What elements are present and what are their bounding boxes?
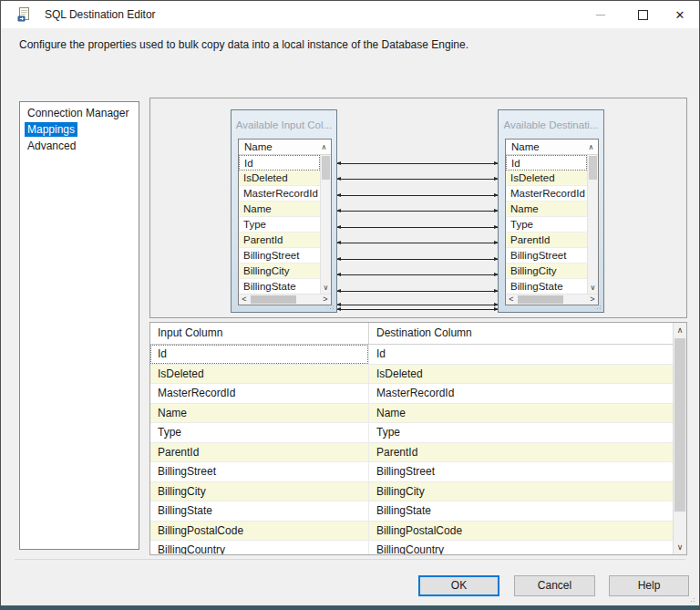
list-item[interactable]: IsDeleted xyxy=(506,171,587,186)
mapping-connection[interactable] xyxy=(337,163,498,164)
grid-body: IdId IsDeletedIsDeleted MasterRecordIdMa… xyxy=(150,345,673,554)
destination-column-header[interactable]: Destination Column xyxy=(369,323,673,344)
mapping-designer-panel: Available Input Col... Name ∧ Id IsDelet… xyxy=(149,98,687,318)
resize-grip-icon[interactable] xyxy=(327,303,335,310)
scroll-up-icon[interactable]: ∧ xyxy=(319,140,329,155)
list-item[interactable]: Name xyxy=(239,202,320,217)
scrollbar-thumb[interactable] xyxy=(251,295,296,304)
window-title: SQL Destination Editor xyxy=(45,8,156,21)
table-row[interactable]: BillingStreetBillingStreet xyxy=(150,462,673,482)
scroll-up-icon[interactable]: ∧ xyxy=(674,323,686,337)
vertical-scrollbar[interactable]: ∨ xyxy=(320,155,331,294)
help-button[interactable]: Help xyxy=(609,575,689,596)
table-row[interactable]: IsDeletedIsDeleted xyxy=(150,365,673,385)
list-item[interactable]: BillingStreet xyxy=(239,248,320,264)
list-item[interactable]: Type xyxy=(506,217,587,233)
list-item[interactable]: ParentId xyxy=(506,233,587,248)
mapping-connection[interactable] xyxy=(337,305,498,305)
scroll-down-icon[interactable]: ∨ xyxy=(321,283,331,294)
scrollbar-thumb[interactable] xyxy=(674,338,685,512)
scroll-left-icon[interactable]: < xyxy=(239,295,250,305)
input-column-header[interactable]: Input Column xyxy=(150,323,369,344)
mapping-connection[interactable] xyxy=(337,291,498,292)
table-row[interactable]: NameName xyxy=(150,404,673,424)
mapping-connection[interactable] xyxy=(337,274,498,275)
list-item[interactable]: MasterRecordId xyxy=(506,186,587,202)
resize-grip-icon[interactable] xyxy=(594,303,602,310)
minimize-icon xyxy=(596,15,605,16)
scroll-down-icon[interactable]: ∨ xyxy=(674,540,686,554)
table-row[interactable]: TypeType xyxy=(150,423,673,443)
horizontal-scrollbar[interactable]: < > xyxy=(239,294,331,305)
pages-list: Connection Manager Mappings Advanced xyxy=(19,101,139,550)
mappings-grid: Input Column Destination Column IdId IsD… xyxy=(149,322,687,555)
mapping-connection[interactable] xyxy=(337,211,498,212)
destination-columns-list: Name ∧ Id IsDeleted MasterRecordId Name … xyxy=(505,139,599,305)
mapping-connection[interactable] xyxy=(337,243,498,243)
available-input-columns-box[interactable]: Available Input Col... Name ∧ Id IsDelet… xyxy=(231,109,337,313)
mapping-connection[interactable] xyxy=(337,195,498,196)
close-button[interactable]: ✕ xyxy=(659,1,700,28)
mapping-connection[interactable] xyxy=(337,259,498,260)
table-row[interactable]: BillingStateBillingState xyxy=(150,501,673,522)
list-item[interactable]: MasterRecordId xyxy=(239,186,320,202)
sidebar-item-mappings[interactable]: Mappings xyxy=(20,121,139,138)
table-row[interactable]: MasterRecordIdMasterRecordId xyxy=(150,384,673,404)
app-icon xyxy=(17,7,32,22)
ok-button[interactable]: OK xyxy=(418,575,499,596)
list-item[interactable]: BillingCity xyxy=(239,264,320,279)
window-bottom-edge xyxy=(1,605,699,609)
grid-vertical-scrollbar[interactable]: ∧ ∨ xyxy=(673,323,686,554)
mapping-connection[interactable] xyxy=(337,179,498,180)
dialog-description: Configure the properties used to bulk co… xyxy=(19,38,468,51)
sidebar-item-connection-manager[interactable]: Connection Manager xyxy=(20,105,139,121)
available-destination-columns-box[interactable]: Available Destinati... Name ∧ Id IsDelet… xyxy=(498,109,604,313)
list-item[interactable]: Id xyxy=(506,155,587,171)
vertical-scrollbar[interactable]: ∨ xyxy=(587,155,598,294)
table-row[interactable]: BillingCityBillingCity xyxy=(150,482,673,502)
input-columns-list: Name ∧ Id IsDeleted MasterRecordId Name … xyxy=(238,139,332,305)
list-item[interactable]: Name xyxy=(506,202,587,217)
destination-box-title: Available Destinati... xyxy=(499,119,603,130)
input-list-name-header[interactable]: Name ∧ xyxy=(239,140,331,155)
destination-list-rows: Id IsDeleted MasterRecordId Name Type Pa… xyxy=(506,155,587,294)
footer-divider xyxy=(15,559,685,560)
list-item[interactable]: BillingState xyxy=(506,279,587,294)
table-row[interactable]: BillingCountryBillingCountry xyxy=(150,541,673,554)
input-list-rows: Id IsDeleted MasterRecordId Name Type Pa… xyxy=(239,155,320,294)
list-item[interactable]: Type xyxy=(239,217,320,233)
list-item[interactable]: BillingStreet xyxy=(506,248,587,264)
destination-list-name-header[interactable]: Name ∧ xyxy=(506,140,598,155)
maximize-button[interactable] xyxy=(622,1,664,28)
scroll-left-icon[interactable]: < xyxy=(506,295,517,305)
horizontal-scrollbar[interactable]: < > xyxy=(506,294,598,305)
scroll-up-icon[interactable]: ∧ xyxy=(586,140,596,155)
scrollbar-thumb[interactable] xyxy=(518,295,563,304)
title-bar: SQL Destination Editor ✕ xyxy=(1,1,699,28)
list-item[interactable]: IsDeleted xyxy=(239,171,320,186)
scrollbar-thumb[interactable] xyxy=(589,156,597,180)
table-row[interactable]: ParentIdParentId xyxy=(150,443,673,463)
list-item[interactable]: Id xyxy=(239,155,320,171)
list-item[interactable]: BillingCity xyxy=(506,264,587,279)
window-resize-grip-icon[interactable] xyxy=(688,595,695,603)
mapping-connection[interactable] xyxy=(337,309,498,310)
table-row[interactable]: IdId xyxy=(150,345,673,365)
minimize-button[interactable] xyxy=(580,1,622,28)
mapping-connection[interactable] xyxy=(337,227,498,228)
list-item[interactable]: ParentId xyxy=(239,233,320,248)
table-row[interactable]: BillingPostalCodeBillingPostalCode xyxy=(150,522,673,542)
sidebar-item-advanced[interactable]: Advanced xyxy=(20,138,139,154)
input-box-title: Available Input Col... xyxy=(232,119,336,130)
maximize-icon xyxy=(638,10,648,20)
cancel-button[interactable]: Cancel xyxy=(514,575,595,596)
scrollbar-thumb[interactable] xyxy=(322,156,330,180)
list-item[interactable]: BillingState xyxy=(239,279,320,294)
sql-destination-editor-dialog: SQL Destination Editor ✕ Configure the p… xyxy=(0,0,700,610)
grid-header-row: Input Column Destination Column xyxy=(150,323,673,345)
close-icon: ✕ xyxy=(675,9,685,21)
scroll-down-icon[interactable]: ∨ xyxy=(588,283,598,294)
